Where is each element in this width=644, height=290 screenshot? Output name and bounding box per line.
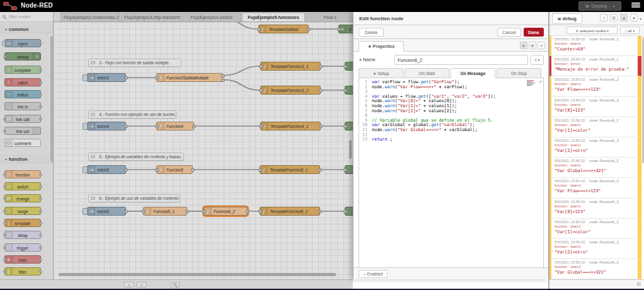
palette-node-link-in[interactable]: link in→ (4, 102, 41, 110)
flow-node-func6_2[interactable]: ƒFuncion6_2 (204, 207, 248, 216)
delete-button[interactable]: Delete (359, 28, 384, 37)
flow-node-tpl3_1[interactable]: {TemplateFuncion3_1 (260, 62, 321, 71)
palette-node-exec[interactable]: exec∗ (4, 255, 41, 264)
palette-node-link-out[interactable]: link out→ (4, 127, 41, 135)
debug-message[interactable]: 5/5/2023, 23:56:32node: Funcion6_1functi… (549, 36, 641, 56)
debug-message[interactable]: 5/5/2023, 23:56:32node: Funcion6_2functi… (549, 76, 641, 96)
debug-message[interactable]: 5/5/2023, 23:56:32node: Funcion6_2functi… (549, 158, 641, 178)
deploy-caret-icon[interactable]: ▾ (609, 4, 614, 8)
flow-node-func6_1[interactable]: ƒFuncion6_1 (143, 207, 187, 216)
debug-message[interactable]: 5/5/2023, 23:56:32node: Funcion6_2functi… (549, 178, 641, 198)
flow-node-dbg3_2[interactable] (345, 86, 353, 95)
palette-search-input[interactable]: filter nodes (0, 12, 54, 22)
flow-canvas[interactable]: 3.- Flujo con función de salida múltiple… (54, 22, 353, 279)
flow-node-tplSalida2[interactable]: {TemplateSalida2 (258, 25, 309, 33)
debug-message[interactable]: 5/5/2023, 23:56:32node: Funcion6_2functi… (549, 219, 641, 239)
tab-debug[interactable]: ж debug (552, 13, 582, 24)
debug-message[interactable]: 5/5/2023, 23:56:32node: Funcion6_2functi… (549, 137, 641, 158)
tab-setup[interactable]: ∗ Setup (359, 68, 403, 78)
palette-node-catch[interactable]: catch! (4, 78, 41, 86)
flow-node-func5[interactable]: ƒFuncion5 (156, 165, 193, 174)
main-menu-button[interactable] (631, 2, 640, 9)
flow-node-func4[interactable]: ƒFuncion4 (156, 122, 194, 130)
palette-node-inject[interactable]: inject⇒ (4, 39, 41, 47)
palette-node-status[interactable]: status~ (4, 90, 41, 98)
flow-node-dbg5[interactable] (345, 165, 353, 174)
flow-node-tpl6_1[interactable]: {TemplateFuncion6_1 (260, 207, 320, 216)
zoom-search-button[interactable] (171, 282, 180, 288)
flow-tab[interactable]: FlujoEjemplo4-switch (181, 13, 241, 22)
clear-all-dropdown[interactable]: ▯ all ▾ (620, 26, 640, 34)
palette-node-trigger[interactable]: trigger⊓ (4, 243, 41, 252)
node-settings-gear-button[interactable]: ∗ (520, 42, 527, 49)
palette-node-function[interactable]: functionƒ (4, 170, 41, 178)
name-input[interactable] (394, 55, 528, 65)
debug-message[interactable]: 5/5/2023, 23:56:32node: Funcion6_2functi… (549, 259, 641, 279)
code-editor[interactable]: 1var varFlow = flow.get("VarFlow");2node… (359, 78, 544, 272)
palette-scrollbar[interactable] (50, 36, 53, 162)
palette-node-comment[interactable]: comment (4, 139, 41, 147)
debug-message[interactable]: 5/5/2023, 23:56:32node: Funcion6_2functi… (549, 199, 641, 219)
flow-node-dbg4[interactable] (345, 122, 353, 130)
cancel-button[interactable]: Cancel (497, 28, 521, 37)
label-style-button[interactable]: ≡ ▾ (531, 55, 544, 65)
flow-node-inicio5[interactable]: ⇒Inicio5 (87, 165, 126, 174)
flow-node-dbgSalida2[interactable]: ≡S (338, 25, 353, 33)
tab-on-stop[interactable]: On Stop (497, 68, 541, 78)
canvas-horizontal-scrollbar[interactable] (59, 273, 336, 276)
palette-node-change[interactable]: change⇄ (4, 194, 41, 202)
inject-button[interactable] (83, 74, 88, 81)
comment-node[interactable]: 3.- Flujo con función de salida múltiple… (88, 59, 181, 67)
flow-node-dbg3_1[interactable] (345, 62, 353, 71)
palette-node-filter[interactable]: filter∥ (4, 267, 41, 276)
palette-node-delay[interactable]: delay◷ (4, 231, 41, 239)
debug-message[interactable]: 5/5/2023, 23:56:32node: Funcion6_1functi… (549, 56, 641, 76)
filter-nodes-dropdown[interactable]: ▼ selected nodes ▾ (566, 26, 618, 34)
scroll-down-button[interactable]: ∨ (136, 282, 147, 287)
flow-node-dbg6[interactable] (345, 207, 353, 216)
palette-node-debug[interactable]: debug≡ (4, 52, 41, 61)
palette-node-link-call[interactable]: link call⇄ (4, 115, 41, 123)
flow-tab[interactable]: Flow 1 (306, 13, 353, 22)
flow-node-tpl5_1[interactable]: {TemplateFuncion5_1 (260, 165, 320, 174)
editor-expand-icon[interactable]: ⇗ (538, 79, 542, 84)
sidebar-tabs-caret-icon[interactable]: ▾ (640, 16, 641, 21)
deploy-button[interactable]: Deploy ▾ (578, 1, 621, 11)
scroll-up-button[interactable]: ∧ (124, 282, 134, 287)
debug-message[interactable]: 5/5/2023, 23:56:32node: Funcion6_2functi… (549, 117, 641, 137)
inject-button[interactable] (83, 123, 88, 130)
flow-node-tpl3_2[interactable]: {TemplateFuncion3_2 (260, 86, 321, 95)
comment-node[interactable]: 4.- Función con ejemplo de uso de bucles… (88, 110, 176, 119)
flow-tab[interactable]: FujoEjemplo5-funciones (242, 13, 305, 22)
open-in-window-icon[interactable]: ⊡ (636, 281, 641, 287)
comment-node[interactable]: 5.- Ejemplo de variables de contexto y t… (88, 153, 184, 161)
canvas-vertical-scrollbar[interactable] (349, 140, 352, 159)
tab-on-start[interactable]: On Start (405, 68, 449, 78)
palette-category-common[interactable]: ▾common (0, 25, 54, 33)
palette-category-function[interactable]: ▾function (0, 154, 54, 163)
config-tab-button[interactable]: ∗ (630, 14, 638, 21)
inject-button[interactable] (83, 166, 88, 173)
palette-node-range[interactable]: range↕ (4, 207, 41, 215)
flow-tab[interactable]: FlujoEjemplo3-http-transform (121, 13, 181, 22)
comment-node[interactable]: 6.- Ejemplo de uso de variables de conte… (88, 194, 180, 202)
flow-node-inicio4[interactable]: ⇒Inicio4 (87, 122, 126, 130)
debug-message[interactable]: 5/5/2023, 23:56:32node: Funcion6_2functi… (549, 97, 641, 117)
tab-on-message[interactable]: On Message (451, 68, 495, 78)
flow-node-func3[interactable]: ƒFuncion3SalidaMultiple (156, 73, 223, 82)
palette-node-template[interactable]: template{ (4, 219, 41, 227)
node-description-button[interactable]: ⊞ (529, 42, 536, 49)
debug-message[interactable]: 5/5/2023, 23:56:32node: Funcion6_2functi… (549, 239, 641, 259)
enabled-toggle-button[interactable]: ○ Enabled (359, 270, 388, 278)
tab-properties[interactable]: ∗ Properties (359, 41, 404, 52)
flow-node-tpl4_1[interactable]: {TemplateFuncion4_1 (260, 122, 321, 130)
help-tab-button[interactable]: ⊞ (610, 14, 618, 21)
palette-node-switch[interactable]: switch< (4, 182, 41, 190)
info-tab-button[interactable]: i (600, 14, 607, 21)
flow-node-inicio3[interactable]: ⇒Inicio3 (87, 73, 126, 82)
flow-node-inicio6[interactable]: ⇒Inicio6 (87, 207, 126, 216)
done-button[interactable]: Done (524, 28, 544, 37)
palette-node-complete[interactable]: complete! (4, 66, 41, 74)
inject-button[interactable] (83, 208, 88, 215)
debug-tab-button[interactable]: ж (620, 14, 628, 21)
